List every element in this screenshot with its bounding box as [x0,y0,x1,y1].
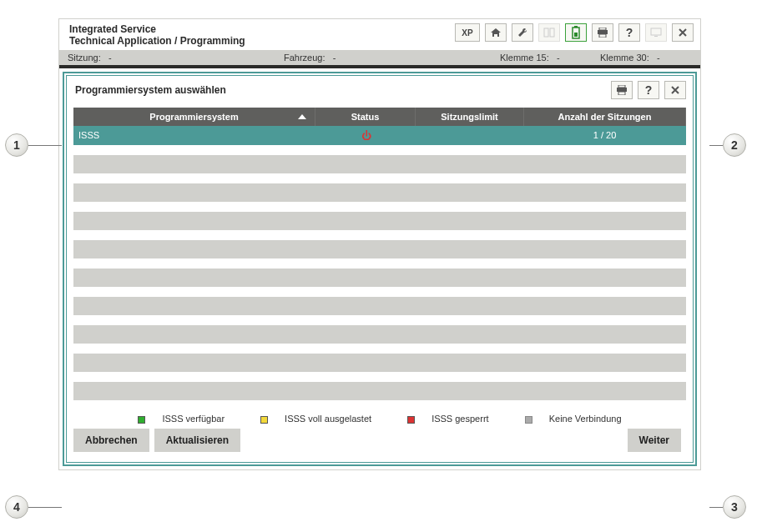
dot-gray-icon [525,416,532,424]
next-button[interactable]: Weiter [628,429,681,452]
table-row-empty [73,297,686,315]
legend-noconn-label: Keine Verbindung [549,414,622,424]
svg-rect-5 [599,28,606,30]
col-header-limit[interactable]: Sitzungslimit [416,108,524,126]
table-row-empty [73,269,686,287]
svg-rect-8 [651,28,661,35]
cell-status [315,126,416,145]
print-button[interactable] [592,23,613,42]
table-row-empty [73,240,686,258]
app-header: Integrated Service Technical Application… [59,19,700,50]
callout-3: 3 [709,495,746,519]
locked-status-icon [361,131,370,141]
dialog-footer: Abbrechen Aktualisieren Weiter [73,429,686,452]
close-icon [670,85,680,95]
dialog-wrap: Programmiersystem auswählen ? [59,68,700,469]
app-title-line2: Technical Application / Programming [69,35,455,47]
dialog-header: Programmiersystem auswählen ? [67,76,693,104]
table-row-empty [73,212,686,230]
svg-rect-6 [598,30,608,34]
system-table: Programmiersystem Status Sitzungslimit A… [73,108,686,400]
table-row-empty [73,155,686,173]
klemme15-value: - [557,53,560,63]
app-title-line1: Integrated Service [69,23,455,35]
dialog-help-button[interactable]: ? [638,81,659,99]
xp-button[interactable]: XP [455,23,480,42]
col-header-count[interactable]: Anzahl der Sitzungen [524,108,686,126]
svg-rect-1 [550,28,554,37]
callout-2-number: 2 [723,133,746,157]
callout-1: 1 [5,133,62,157]
sitzung-label: Sitzung: [68,53,101,63]
table-row[interactable]: ISSS 1 / 20 [73,126,686,145]
svg-rect-7 [599,34,606,38]
monitor-icon [650,28,662,38]
battery-icon [572,26,580,39]
battery-button[interactable] [565,23,587,42]
callout-2: 2 [709,133,746,157]
cancel-button[interactable]: Abbrechen [73,429,149,452]
table-row-empty [73,354,686,372]
cell-limit [416,126,524,145]
title-block: Integrated Service Technical Application… [69,23,455,47]
refresh-button[interactable]: Aktualisieren [154,429,240,452]
help-icon: ? [645,83,653,97]
layout-icon [543,28,555,38]
svg-rect-10 [618,85,625,88]
dialog-print-button[interactable] [611,81,633,99]
layout-button[interactable] [538,23,560,42]
sort-asc-icon [298,114,306,119]
callout-line [709,507,723,508]
cell-count: 1 / 20 [524,126,686,145]
status-sitzung: Sitzung: - [68,53,284,63]
svg-rect-4 [574,33,578,37]
dialog-close-button[interactable] [664,81,686,99]
callout-4: 4 [5,495,62,519]
app-window: Integrated Service Technical Application… [58,18,701,470]
callout-1-number: 1 [5,133,28,157]
main-toolbar: XP [455,23,694,42]
status-fahrzeug: Fahrzeug: - [284,53,500,63]
help-button[interactable]: ? [618,23,640,42]
dialog-frame: Programmiersystem auswählen ? [63,72,697,466]
dialog-title: Programmiersystem auswählen [75,84,611,96]
wrench-button[interactable] [512,23,533,42]
klemme30-label: Klemme 30: [600,53,649,63]
dot-yellow-icon [260,416,268,424]
dot-green-icon [138,416,145,424]
svg-rect-0 [544,28,548,37]
legend-full-label: ISSS voll ausgelastet [285,414,371,424]
svg-rect-12 [618,92,625,95]
svg-rect-9 [654,36,658,37]
callout-line [28,145,62,146]
legend-locked-label: ISSS gesperrt [431,414,488,424]
col-header-system-label: Programmiersystem [149,112,238,122]
callout-4-number: 4 [5,495,28,519]
home-icon [490,28,502,38]
cell-system: ISSS [73,126,315,145]
table-row-empty [73,183,686,202]
close-icon [678,28,688,38]
status-bar: Sitzung: - Fahrzeug: - Klemme 15: - Klem… [59,50,700,65]
legend-available: ISSS verfügbar [129,414,233,424]
print-icon [597,28,608,38]
legend-available-label: ISSS verfügbar [162,414,225,424]
close-app-button[interactable] [672,23,694,42]
wrench-icon [517,27,528,38]
fahrzeug-label: Fahrzeug: [284,53,326,63]
table-row-empty [73,382,686,400]
table-header: Programmiersystem Status Sitzungslimit A… [73,108,686,126]
dialog-inner: Programmiersystem auswählen ? [66,75,694,463]
home-button[interactable] [485,23,507,42]
status-klemme30: Klemme 30: - [600,53,692,63]
col-header-system[interactable]: Programmiersystem [73,108,315,126]
table-row-empty [73,325,686,344]
legend-locked: ISSS gesperrt [399,414,497,424]
fahrzeug-value: - [333,53,336,63]
monitor-button[interactable] [645,23,667,42]
col-header-status[interactable]: Status [315,108,416,126]
status-klemme15: Klemme 15: - [500,53,600,63]
footer-spacer [245,429,627,452]
sitzung-value: - [109,53,112,63]
callout-line [709,145,723,146]
